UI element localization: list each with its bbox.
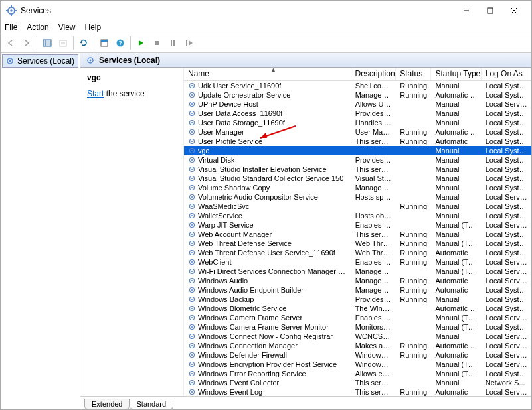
svg-point-95 (191, 382, 193, 383)
service-row[interactable]: Windows Audio Endpoint BuilderManages au… (184, 285, 531, 295)
service-row[interactable]: User ManagerUser Manag...RunningAutomati… (184, 127, 531, 137)
left-tree-pane[interactable]: Services (Local) (1, 53, 80, 409)
service-logon-cell: Local Service (486, 267, 527, 276)
menu-action[interactable]: Action (27, 23, 48, 32)
service-startup-cell: Manual (435, 378, 459, 387)
svg-point-91 (191, 364, 193, 365)
service-description-cell: Manages au... (355, 285, 393, 295)
service-row[interactable]: Windows BackupProvides Wi...RunningManua… (184, 295, 531, 304)
service-row[interactable]: Windows Connection ManagerMakes auto...R… (184, 341, 531, 350)
service-row[interactable]: Update Orchestrator ServiceManages W...R… (184, 90, 531, 100)
service-description-cell: The Windo... (355, 304, 393, 313)
service-row[interactable]: Web Threat Defense ServiceWeb Threat ...… (184, 239, 531, 248)
service-startup-cell: Manual (435, 211, 459, 220)
service-row[interactable]: Visual Studio Installer Elevation Servic… (184, 165, 531, 174)
service-name-cell: Visual Studio Installer Elevation Servic… (198, 165, 327, 174)
col-header-startup[interactable]: Startup Type (431, 68, 481, 80)
service-row[interactable]: WalletServiceHosts objec...ManualLocal S… (184, 211, 531, 220)
service-startup-cell: Manual (435, 202, 459, 211)
service-logon-cell: Local Syste... (486, 369, 527, 378)
service-startup-cell: Automatic (435, 350, 468, 360)
service-row[interactable]: WebClientEnables Win...RunningManual (Tr… (184, 257, 531, 267)
toolbar-separator (37, 36, 37, 50)
col-header-description[interactable]: Description (351, 68, 397, 80)
service-description-cell: Windows D... (355, 350, 393, 360)
service-status-cell: Running (400, 285, 427, 295)
properties-button[interactable] (97, 36, 112, 50)
service-logon-cell: Local Syste... (486, 109, 527, 118)
svg-rect-7 (488, 8, 493, 13)
minimize-button[interactable] (454, 1, 478, 20)
forward-button[interactable] (19, 36, 34, 50)
service-description-cell: Monitors th... (355, 322, 393, 332)
service-description-cell: Enables mul... (355, 313, 393, 322)
service-description-cell: This service ... (355, 387, 393, 396)
service-name-cell: Web Threat Defense User Service_11690f (198, 248, 335, 257)
service-row[interactable]: Windows Connect Now - Config RegistrarWC… (184, 332, 531, 341)
service-row[interactable]: Virtual DiskProvides m...ManualLocal Sys… (184, 155, 531, 165)
service-row[interactable]: Udk User Service_11690fShell comp...Runn… (184, 81, 531, 90)
service-icon (188, 109, 196, 117)
service-row[interactable]: Web Threat Defense User Service_11690fWe… (184, 248, 531, 257)
service-row[interactable]: Windows Error Reporting ServiceAllows er… (184, 369, 531, 378)
start-service-button[interactable] (133, 36, 148, 50)
service-row[interactable]: Windows Camera Frame ServerEnables mul..… (184, 313, 531, 322)
svg-rect-21 (155, 41, 159, 45)
svg-point-59 (191, 215, 193, 216)
help-button[interactable]: ? (113, 36, 128, 50)
close-button[interactable] (502, 1, 526, 20)
service-icon (188, 193, 196, 201)
svg-point-29 (90, 59, 92, 61)
service-row[interactable]: UPnP Device HostAllows UPn...ManualLocal… (184, 100, 531, 109)
tree-node-services-local[interactable]: Services (Local) (2, 54, 78, 68)
menu-help[interactable]: Help (85, 23, 102, 32)
service-row[interactable]: User Profile ServiceThis service ...Runn… (184, 137, 531, 146)
pause-service-button[interactable] (165, 36, 180, 50)
service-row[interactable]: WaaSMedicSvcRunningManualLocal Syste... (184, 202, 531, 211)
svg-point-45 (191, 150, 193, 151)
service-row[interactable]: Windows Biometric ServiceThe Windo...Aut… (184, 304, 531, 313)
service-row[interactable]: Web Account ManagerThis service ...Runni… (184, 230, 531, 239)
back-button[interactable] (3, 36, 18, 50)
header-services-icon (86, 56, 95, 65)
menu-view[interactable]: View (58, 23, 76, 32)
col-header-name[interactable]: Name (184, 68, 351, 80)
service-row[interactable]: Windows Event LogThis service ...Running… (184, 387, 531, 396)
service-row[interactable]: Warp JIT ServiceEnables JIT ...Manual (T… (184, 220, 531, 230)
services-app-icon (6, 5, 17, 16)
service-row[interactable]: vgcManualLocal Syste... (184, 146, 531, 155)
service-row[interactable]: User Data Access_11690fProvides ap...Man… (184, 109, 531, 118)
service-row[interactable]: Volume Shadow CopyManages an...ManualLoc… (184, 183, 531, 192)
tab-extended[interactable]: Extended (84, 399, 130, 409)
service-row[interactable]: Windows AudioManages au...RunningAutomat… (184, 276, 531, 285)
show-hide-tree-button[interactable] (40, 36, 54, 50)
service-row[interactable]: Windows Event CollectorThis service ...M… (184, 378, 531, 387)
svg-point-77 (191, 299, 193, 300)
col-header-logon[interactable]: Log On As (482, 68, 531, 80)
service-row[interactable]: Wi-Fi Direct Services Connection Manager… (184, 267, 531, 276)
service-row[interactable]: Windows Defender FirewallWindows D...Run… (184, 350, 531, 360)
service-startup-cell: Manual (435, 183, 459, 192)
stop-service-button[interactable] (149, 36, 164, 50)
service-row[interactable]: Windows Camera Frame Server MonitorMonit… (184, 322, 531, 332)
start-service-link[interactable]: Start (87, 89, 104, 98)
window-controls (454, 1, 526, 20)
service-name-cell: WebClient (198, 257, 232, 267)
maximize-button[interactable] (478, 1, 502, 20)
export-list-button[interactable] (56, 36, 70, 50)
tab-standard[interactable]: Standard (130, 399, 173, 409)
svg-point-55 (191, 196, 193, 198)
col-header-status[interactable]: Status (396, 68, 431, 80)
service-row[interactable]: Windows Encryption Provider Host Service… (184, 360, 531, 369)
service-row[interactable]: Volumetric Audio Compositor ServiceHosts… (184, 192, 531, 202)
svg-point-97 (191, 391, 193, 393)
service-row[interactable]: User Data Storage_11690fHandles sto...Ma… (184, 118, 531, 127)
menu-file[interactable]: File (5, 23, 17, 32)
service-row[interactable]: Visual Studio Standard Collector Service… (184, 174, 531, 183)
svg-point-63 (191, 234, 193, 235)
restart-service-button[interactable] (181, 36, 196, 50)
service-logon-cell: Local Service (486, 313, 527, 322)
service-description-cell: Provides ap... (355, 109, 393, 118)
refresh-button[interactable] (76, 36, 91, 50)
service-rows[interactable]: Udk User Service_11690fShell comp...Runn… (184, 81, 531, 396)
